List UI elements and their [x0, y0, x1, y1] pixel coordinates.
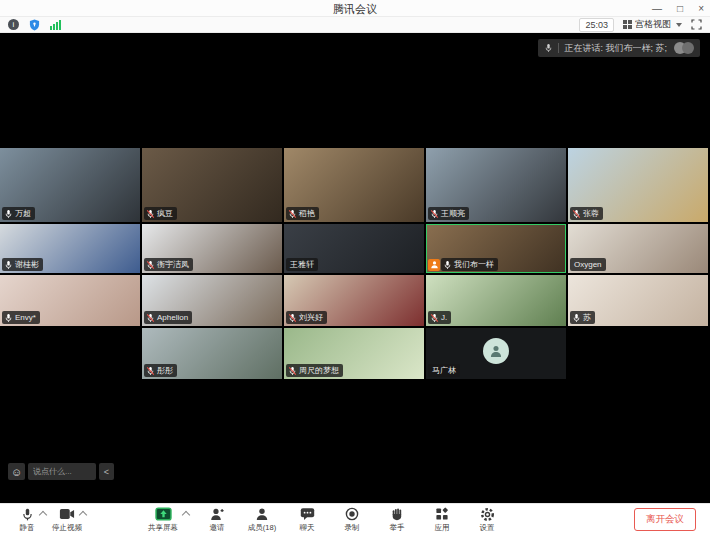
participant-name: 彤彤 — [157, 365, 173, 376]
mic-icon — [146, 313, 155, 323]
bottom-toolbar: 静音 停止视频 共享屏幕 邀请 — [0, 503, 710, 535]
mic-icon — [146, 366, 155, 376]
video-tile[interactable]: 刘兴好 — [284, 275, 424, 326]
video-tile[interactable]: J. — [426, 275, 566, 326]
view-mode-selector[interactable]: 宫格视图 — [623, 18, 682, 31]
participant-name: 稻艳 — [299, 208, 315, 219]
leave-meeting-button[interactable]: 离开会议 — [634, 508, 696, 531]
raise-hand-icon — [390, 507, 404, 521]
toolbar-item-mic[interactable]: 静音 — [8, 507, 46, 533]
meeting-timer: 25:03 — [579, 18, 614, 32]
toolbar-item-hand[interactable]: 举手 — [378, 507, 416, 533]
security-shield-icon[interactable] — [29, 19, 40, 31]
participant-name: 疯豆 — [157, 208, 173, 219]
mic-icon — [572, 209, 581, 219]
smiley-icon[interactable]: ☺ — [8, 463, 25, 480]
apps-icon — [435, 507, 449, 521]
participant-name: Oxygen — [574, 260, 602, 269]
toolbar-item-label: 聊天 — [300, 523, 315, 533]
chat-input[interactable] — [28, 463, 96, 480]
participant-name: 王雅轩 — [290, 259, 314, 270]
video-tile[interactable]: 马广林 — [426, 328, 566, 379]
mic-icon — [544, 43, 553, 53]
video-tile[interactable]: Envy* — [0, 275, 140, 326]
window-title: 腾讯会议 — [0, 2, 710, 17]
participant-name: Envy* — [15, 313, 36, 322]
mic-icon — [572, 313, 581, 323]
title-bar: 腾讯会议 — □ × — [0, 0, 710, 17]
chat-icon — [300, 507, 315, 521]
toolbar-item-label: 举手 — [390, 523, 405, 533]
members-icon — [255, 507, 269, 521]
toolbar-item-label: 共享屏幕 — [148, 523, 178, 533]
network-signal-icon[interactable] — [50, 20, 61, 30]
meeting-window: 腾讯会议 — □ × i 25:03 宫格视图 — [0, 0, 710, 535]
video-tile[interactable]: 彤彤 — [142, 328, 282, 379]
mic-icon — [21, 507, 34, 522]
participant-name: Aphelion — [157, 313, 188, 322]
toolbar-item-label: 设置 — [480, 523, 495, 533]
toolbar-item-settings[interactable]: 设置 — [468, 507, 506, 533]
record-icon — [345, 507, 359, 521]
participant-name: 马广林 — [432, 365, 456, 376]
toolbar-item-record[interactable]: 录制 — [333, 507, 371, 533]
toolbar-item-invite[interactable]: 邀请 — [198, 507, 236, 533]
toolbar-item-members[interactable]: 成员(18) — [243, 507, 281, 533]
share-screen-icon — [155, 507, 172, 521]
video-tile[interactable]: 衡宇洁凤 — [142, 224, 282, 273]
video-tile[interactable]: 我们布一样 — [426, 224, 566, 273]
participant-name: 我们布一样 — [454, 259, 494, 270]
mic-icon — [4, 260, 13, 270]
invite-icon — [210, 507, 224, 521]
meeting-info-icon[interactable]: i — [8, 19, 19, 30]
collapse-chat-button[interactable]: < — [99, 463, 114, 480]
mic-icon — [430, 313, 439, 323]
toolbar-item-chat[interactable]: 聊天 — [288, 507, 326, 533]
video-tile[interactable]: 苏 — [568, 275, 708, 326]
video-tile[interactable]: 万超 — [0, 148, 140, 222]
minimize-button[interactable]: — — [652, 0, 662, 17]
avatar — [682, 42, 694, 54]
toolbar-item-label: 邀请 — [210, 523, 225, 533]
video-tile[interactable]: 王顺亮 — [426, 148, 566, 222]
toolbar-item-share-screen[interactable]: 共享屏幕 — [144, 507, 182, 533]
mic-icon — [146, 209, 155, 219]
video-tile[interactable]: 周尺的梦想 — [284, 328, 424, 379]
chevron-up-icon[interactable] — [182, 510, 190, 518]
video-tile[interactable]: 疯豆 — [142, 148, 282, 222]
grid-view-icon — [623, 20, 632, 29]
toolbar-item-apps[interactable]: 应用 — [423, 507, 461, 533]
close-button[interactable]: × — [698, 0, 704, 17]
mic-icon — [443, 260, 452, 270]
speaking-text: 正在讲话: 我们布一样; 苏; — [564, 42, 667, 55]
participant-name: 张蓉 — [583, 208, 599, 219]
video-tile[interactable]: Oxygen — [568, 224, 708, 273]
camera-icon — [59, 508, 75, 520]
mic-icon — [288, 209, 297, 219]
video-tile[interactable]: 张蓉 — [568, 148, 708, 222]
chat-quick-bar: ☺ < — [8, 463, 114, 480]
video-tile[interactable]: 稻艳 — [284, 148, 424, 222]
participant-name: 衡宇洁凤 — [157, 259, 189, 270]
speaking-banner: 正在讲话: 我们布一样; 苏; — [538, 39, 700, 57]
mic-icon — [146, 260, 155, 270]
participant-name: 谢桂彬 — [15, 259, 39, 270]
view-mode-label: 宫格视图 — [635, 18, 671, 31]
participant-name: 刘兴好 — [299, 312, 323, 323]
toolbar-item-camera[interactable]: 停止视频 — [48, 507, 86, 533]
meeting-top-bar: i 25:03 宫格视图 — [0, 17, 710, 33]
toolbar-item-label: 停止视频 — [52, 523, 82, 533]
participant-name: J. — [441, 313, 447, 322]
participant-name: 周尺的梦想 — [299, 365, 339, 376]
video-tile[interactable]: Aphelion — [142, 275, 282, 326]
chevron-down-icon — [676, 23, 682, 27]
participant-name: 王顺亮 — [441, 208, 465, 219]
participant-name: 苏 — [583, 312, 591, 323]
settings-gear-icon — [480, 507, 495, 522]
maximize-button[interactable]: □ — [677, 0, 683, 17]
toolbar-item-label: 成员(18) — [248, 523, 276, 533]
video-tile[interactable]: 王雅轩 — [284, 224, 424, 273]
video-tile[interactable]: 谢桂彬 — [0, 224, 140, 273]
fullscreen-icon[interactable] — [691, 19, 702, 30]
participant-name: 万超 — [15, 208, 31, 219]
